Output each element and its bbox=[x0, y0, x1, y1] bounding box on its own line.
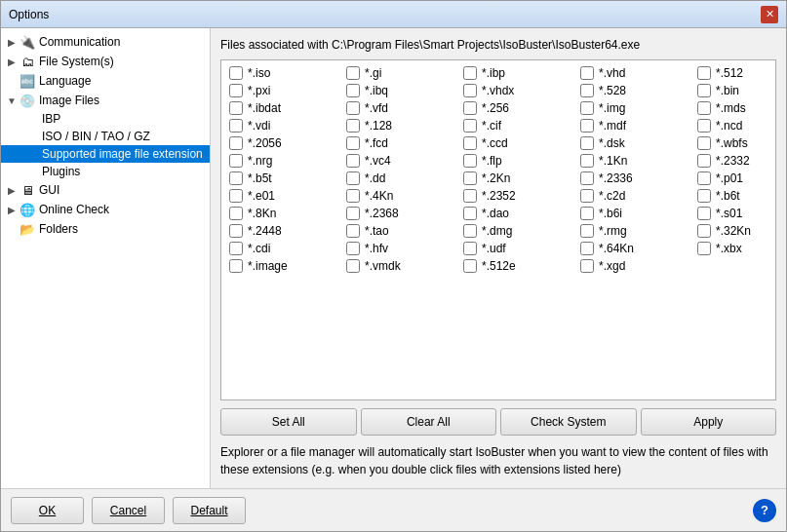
file-checkbox[interactable] bbox=[463, 242, 477, 255]
file-checkbox[interactable] bbox=[463, 119, 477, 133]
tree-label-filesystem: File System(s) bbox=[39, 55, 114, 68]
file-checkbox[interactable] bbox=[463, 84, 477, 97]
file-checkbox[interactable] bbox=[229, 259, 243, 273]
file-checkbox[interactable] bbox=[463, 171, 477, 185]
file-checkbox[interactable] bbox=[346, 224, 360, 238]
file-label: *.img bbox=[599, 101, 625, 115]
file-checkbox[interactable] bbox=[346, 136, 360, 150]
tree-item-isotao[interactable]: ISO / BIN / TAO / GZ bbox=[1, 128, 210, 145]
file-checkbox[interactable] bbox=[580, 224, 594, 238]
file-checkbox[interactable] bbox=[229, 207, 243, 220]
file-item: *.vc4 bbox=[342, 152, 459, 170]
tree-item-folders[interactable]: 📂 Folders bbox=[1, 219, 210, 239]
file-checkbox[interactable] bbox=[346, 189, 360, 203]
file-checkbox[interactable] bbox=[697, 66, 711, 80]
file-item: *.2056 bbox=[225, 134, 342, 152]
tree-item-supported[interactable]: Supported image file extension bbox=[1, 145, 210, 163]
file-item: *.dao bbox=[459, 205, 576, 222]
file-checkbox[interactable] bbox=[697, 119, 711, 133]
file-checkbox[interactable] bbox=[229, 66, 243, 80]
tree-item-language[interactable]: 🔤 Language bbox=[1, 71, 210, 91]
file-checkbox[interactable] bbox=[463, 224, 477, 238]
file-checkbox[interactable] bbox=[229, 189, 243, 203]
file-checkbox[interactable] bbox=[346, 101, 360, 115]
file-checkbox[interactable] bbox=[346, 242, 360, 255]
file-checkbox[interactable] bbox=[346, 154, 360, 168]
file-checkbox[interactable] bbox=[229, 136, 243, 150]
file-checkbox[interactable] bbox=[580, 136, 594, 150]
file-checkbox[interactable] bbox=[346, 119, 360, 133]
file-item: *.vdi bbox=[225, 117, 342, 134]
tree-item-onlinecheck[interactable]: ▶ 🌐 Online Check bbox=[1, 200, 210, 219]
tree-item-ibp[interactable]: IBP bbox=[1, 110, 210, 128]
file-checkbox[interactable] bbox=[697, 101, 711, 115]
help-button[interactable]: ? bbox=[753, 499, 776, 522]
file-checkbox[interactable] bbox=[346, 66, 360, 80]
tree-item-filesystem[interactable]: ▶ 🗂 File System(s) bbox=[1, 52, 210, 71]
file-checkbox[interactable] bbox=[580, 84, 594, 97]
file-label: *.dd bbox=[365, 171, 385, 185]
tree-item-gui[interactable]: ▶ 🖥 GUI bbox=[1, 180, 210, 200]
file-checkbox[interactable] bbox=[697, 84, 711, 97]
file-checkbox[interactable] bbox=[697, 189, 711, 203]
file-checkbox[interactable] bbox=[463, 189, 477, 203]
apply-button[interactable]: Apply bbox=[641, 408, 777, 436]
file-item: *.mdf bbox=[576, 117, 693, 134]
file-checkbox[interactable] bbox=[346, 171, 360, 185]
file-checkbox[interactable] bbox=[463, 259, 477, 273]
ok-button[interactable]: OK bbox=[11, 497, 84, 524]
default-button[interactable]: Default bbox=[173, 497, 246, 524]
bottom-bar: OK Cancel Default ? bbox=[1, 488, 786, 531]
file-checkbox[interactable] bbox=[463, 66, 477, 80]
file-label: *.256 bbox=[482, 101, 509, 115]
tree-label-folders: Folders bbox=[39, 222, 78, 236]
file-checkbox[interactable] bbox=[580, 259, 594, 273]
file-checkbox[interactable] bbox=[580, 66, 594, 80]
file-checkbox[interactable] bbox=[229, 242, 243, 255]
file-checkbox[interactable] bbox=[580, 119, 594, 133]
file-checkbox[interactable] bbox=[697, 136, 711, 150]
file-checkbox[interactable] bbox=[463, 154, 477, 168]
file-checkbox[interactable] bbox=[580, 189, 594, 203]
file-checkbox[interactable] bbox=[346, 207, 360, 220]
file-checkbox[interactable] bbox=[580, 242, 594, 255]
file-checkbox[interactable] bbox=[346, 84, 360, 97]
file-label: *.dao bbox=[482, 207, 509, 220]
file-checkbox[interactable] bbox=[580, 101, 594, 115]
cancel-button[interactable]: Cancel bbox=[92, 497, 165, 524]
ok-label: OK bbox=[39, 504, 56, 517]
file-checkbox[interactable] bbox=[346, 259, 360, 273]
file-checkbox[interactable] bbox=[580, 171, 594, 185]
file-checkbox[interactable] bbox=[229, 101, 243, 115]
clear-all-button[interactable]: Clear All bbox=[361, 408, 497, 436]
set-all-button[interactable]: Set All bbox=[220, 408, 357, 436]
file-checkbox[interactable] bbox=[697, 154, 711, 168]
file-item: *.s01 bbox=[693, 205, 776, 222]
tree-toggle-ibp bbox=[28, 114, 42, 125]
file-checkbox[interactable] bbox=[463, 136, 477, 150]
file-checkbox[interactable] bbox=[697, 207, 711, 220]
file-checkbox[interactable] bbox=[580, 154, 594, 168]
files-grid-container: *.iso*.gi*.ibp*.vhd*.512*.cue*.pxi*.ibq*… bbox=[220, 59, 776, 400]
file-checkbox[interactable] bbox=[229, 154, 243, 168]
file-label: *.tao bbox=[365, 224, 389, 238]
tree-item-plugins[interactable]: Plugins bbox=[1, 163, 210, 180]
tree-label-ibp: IBP bbox=[42, 112, 60, 126]
file-checkbox[interactable] bbox=[580, 207, 594, 220]
file-checkbox[interactable] bbox=[229, 224, 243, 238]
file-checkbox[interactable] bbox=[463, 207, 477, 220]
file-checkbox[interactable] bbox=[697, 171, 711, 185]
close-button[interactable]: ✕ bbox=[761, 6, 778, 23]
check-system-button[interactable]: Check System bbox=[500, 408, 637, 436]
file-label: *.64Kn bbox=[599, 242, 634, 255]
file-checkbox[interactable] bbox=[229, 171, 243, 185]
tree-item-imagefiles[interactable]: ▼ 💿 Image Files bbox=[1, 91, 210, 110]
file-checkbox[interactable] bbox=[697, 224, 711, 238]
file-label: *.128 bbox=[365, 119, 392, 133]
file-checkbox[interactable] bbox=[229, 119, 243, 133]
file-checkbox[interactable] bbox=[697, 242, 711, 255]
file-label: *.flp bbox=[482, 154, 502, 168]
file-checkbox[interactable] bbox=[463, 101, 477, 115]
file-checkbox[interactable] bbox=[229, 84, 243, 97]
tree-item-communication[interactable]: ▶ 🔌 Communication bbox=[1, 32, 210, 52]
